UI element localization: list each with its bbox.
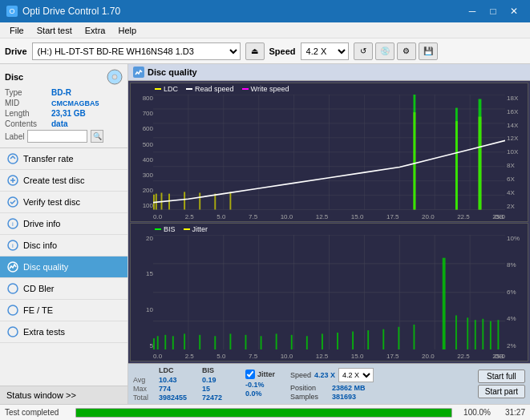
eject-button[interactable]: ⏏ — [245, 42, 265, 60]
right-panel: Disc quality LDC Read speed Wr — [128, 64, 530, 404]
disc-type: BD-R — [51, 88, 71, 97]
chart1-legend: LDC Read speed Write speed — [155, 85, 289, 93]
sidebar-item-verify-test-disc[interactable]: Verify test disc — [0, 192, 127, 213]
sidebar-item-cd-bler-label: CD Bler — [23, 284, 55, 293]
chart2-x-axis: 0.0 2.5 5.0 7.5 10.0 12.5 15.0 17.5 20.0… — [153, 353, 505, 360]
window-controls: ─ □ ✕ — [463, 4, 524, 18]
disc-label-input[interactable] — [27, 130, 87, 143]
total-label: Total — [133, 394, 156, 402]
drive-icon-settings[interactable]: ⚙ — [397, 42, 416, 60]
total-ldc: 3982455 — [159, 394, 199, 402]
max-bis: 15 — [202, 385, 233, 393]
cd-bler-icon — [6, 282, 19, 295]
sidebar-item-drive-info-label: Drive info — [23, 219, 60, 228]
minimize-button[interactable]: ─ — [463, 4, 482, 18]
svg-rect-72 — [291, 334, 293, 349]
legend-write-speed: Write speed — [242, 85, 289, 93]
y-axis-right-2: 10% 8% 6% 4% 2% — [507, 235, 526, 350]
menu-extra[interactable]: Extra — [79, 24, 112, 37]
sidebar-item-disc-info-label: Disc info — [23, 240, 57, 250]
start-part-button[interactable]: Start part — [478, 385, 525, 398]
close-button[interactable]: ✕ — [504, 4, 524, 18]
sidebar-item-verify-test-disc-label: Verify test disc — [23, 197, 80, 207]
fe-te-icon — [6, 304, 19, 317]
legend-bis: BIS — [155, 225, 176, 233]
status-text: Test completed — [5, 408, 69, 417]
svg-rect-68 — [229, 333, 231, 349]
menu-help[interactable]: Help — [111, 24, 143, 37]
sidebar-item-drive-info[interactable]: i Drive info — [0, 213, 127, 235]
svg-rect-79 — [398, 326, 399, 349]
legend-read-speed: Read speed — [186, 85, 234, 93]
sidebar-item-transfer-rate[interactable]: Transfer rate — [0, 148, 127, 170]
sidebar-item-extra-tests-label: Extra tests — [23, 327, 65, 337]
drive-icon-refresh[interactable]: ↺ — [354, 42, 373, 60]
legend-write-speed-label: Write speed — [251, 85, 289, 93]
drive-select[interactable]: (H:) HL-DT-ST BD-RE WH16NS48 1.D3 — [32, 42, 241, 60]
sidebar-item-disc-info[interactable]: i Disc info — [0, 235, 127, 256]
drive-label: Drive — [5, 46, 27, 56]
drive-icon-save[interactable]: 💾 — [419, 42, 438, 60]
max-ldc: 774 — [159, 385, 199, 393]
progress-bar — [75, 408, 452, 418]
transfer-rate-icon — [6, 152, 19, 165]
svg-rect-39 — [214, 194, 216, 210]
svg-rect-73 — [306, 336, 308, 349]
drive-icon-disc[interactable]: 💿 — [375, 42, 394, 60]
elapsed-time: 31:27 — [497, 408, 525, 417]
samples-label: Samples — [290, 393, 329, 401]
start-buttons: Start full Start part — [478, 370, 525, 398]
speed-value: 4.23 X — [314, 371, 335, 379]
speed-select-stats[interactable]: 4.2 X — [338, 368, 374, 382]
chart1-plot-area — [153, 95, 505, 210]
menu-bar: File Start test Extra Help — [0, 22, 530, 38]
status-window-button[interactable]: Status window >> — [0, 386, 127, 404]
maximize-button[interactable]: □ — [483, 4, 503, 18]
speed-select[interactable]: 4.2 X — [301, 42, 349, 60]
svg-rect-67 — [214, 336, 216, 349]
svg-rect-69 — [245, 334, 247, 349]
max-label: Max — [133, 385, 156, 393]
sidebar-item-disc-quality-label: Disc quality — [23, 262, 68, 272]
ldc-header: LDC — [159, 366, 199, 374]
svg-rect-40 — [229, 192, 231, 209]
sidebar-item-extra-tests[interactable]: Extra tests — [0, 321, 127, 343]
legend-ldc: LDC — [155, 85, 178, 93]
svg-text:i: i — [12, 220, 14, 228]
disc-label-search-button[interactable]: 🔍 — [91, 130, 103, 143]
chart1-x-axis: 0.0 2.5 5.0 7.5 10.0 12.5 15.0 17.5 20.0… — [153, 213, 505, 220]
svg-rect-46 — [479, 99, 482, 210]
start-full-button[interactable]: Start full — [478, 370, 525, 383]
legend-write-speed-dot — [242, 88, 249, 90]
svg-point-12 — [8, 284, 18, 293]
progress-bar-fill — [76, 409, 451, 417]
menu-file[interactable]: File — [3, 24, 30, 37]
sidebar-item-fe-te[interactable]: FE / TE — [0, 300, 127, 321]
svg-point-14 — [8, 327, 18, 337]
samples-value: 381693 — [332, 393, 356, 401]
disc-quality-title: Disc quality — [148, 67, 197, 77]
stats-bar: LDC BIS Avg 10.43 0.19 Max 774 15 Total … — [128, 363, 530, 404]
app-title: Opti Drive Control 1.70 — [22, 6, 120, 17]
svg-rect-36 — [168, 194, 170, 210]
drive-info-icon: i — [6, 217, 19, 230]
main-content: Disc Type BD-R MID CMCMAGBA5 Length 23,3… — [0, 64, 530, 404]
legend-jitter-dot — [184, 228, 190, 230]
sidebar-item-disc-quality[interactable]: Disc quality — [0, 256, 127, 278]
svg-point-2 — [8, 154, 18, 164]
sidebar-item-cd-bler[interactable]: CD Bler — [0, 278, 127, 300]
disc-contents: data — [51, 119, 68, 128]
svg-rect-82 — [455, 315, 457, 349]
svg-rect-81 — [443, 257, 446, 349]
sidebar-item-create-test-disc[interactable]: Create test disc — [0, 170, 127, 192]
sidebar: Disc Type BD-R MID CMCMAGBA5 Length 23,3… — [0, 64, 128, 404]
jitter-checkbox[interactable] — [245, 370, 255, 379]
svg-text:i: i — [12, 242, 14, 249]
y-axis-right-1: 18X 16X 14X 12X 10X 8X 6X 4X 2X — [507, 95, 526, 210]
legend-read-speed-label: Read speed — [195, 85, 234, 93]
menu-start-test[interactable]: Start test — [30, 24, 79, 37]
jitter-header: Jitter — [257, 370, 275, 378]
svg-rect-74 — [322, 333, 323, 349]
chart-bis: BIS Jitter 20 15 10 5 10% 8% — [130, 223, 528, 362]
drive-bar: Drive (H:) HL-DT-ST BD-RE WH16NS48 1.D3 … — [0, 38, 530, 64]
